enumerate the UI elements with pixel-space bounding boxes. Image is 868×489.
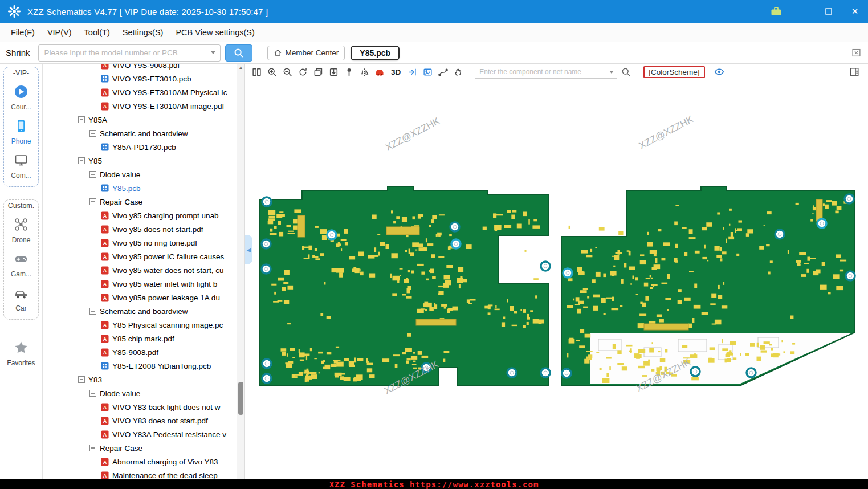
tree-item[interactable]: AVIVO Y9S-9008.pdf: [43, 64, 237, 72]
minimize-button[interactable]: —: [789, 0, 816, 23]
briefcase-icon[interactable]: [763, 0, 789, 23]
tree-item[interactable]: AMaintenance of the dead sleep: [43, 468, 237, 479]
menu-item-settingss[interactable]: Settings(S): [116, 28, 170, 37]
svg-text:A: A: [103, 104, 107, 109]
sidebar-item-drone[interactable]: Drone: [4, 217, 38, 244]
net-search-icon[interactable]: [619, 65, 633, 79]
tree-item[interactable]: AY85-9008.pdf: [43, 345, 237, 359]
tab-y85-pcb[interactable]: Y85.pcb: [351, 46, 400, 60]
pan-hand-icon[interactable]: [451, 65, 465, 79]
collapse-icon[interactable]: [89, 445, 96, 451]
chevron-down-icon[interactable]: [609, 71, 614, 74]
collapse-icon[interactable]: [78, 157, 85, 164]
collapse-icon[interactable]: [89, 198, 96, 205]
sidebar-item-phone[interactable]: Phone: [4, 119, 38, 145]
sidebar-item-label: Car: [15, 304, 26, 312]
tree-item[interactable]: AVIVO Y9S-ET3010AM image.pdf: [43, 99, 237, 113]
tree-item[interactable]: Repair Case: [43, 441, 237, 455]
sidebar-item-com[interactable]: Com...: [4, 153, 38, 180]
tree-item[interactable]: AVivo y85 charging prompt unab: [43, 209, 237, 222]
copy-board-icon[interactable]: [311, 65, 325, 79]
scroll-up-arrow-icon[interactable]: ▲: [237, 64, 244, 71]
model-search-combo[interactable]: [38, 44, 221, 62]
zoom-in-icon[interactable]: [265, 65, 279, 79]
tree-item[interactable]: Y85.pcb: [43, 181, 237, 195]
maximize-button[interactable]: [816, 0, 842, 23]
member-center-button[interactable]: Member Center: [267, 46, 345, 60]
pdf-file-icon: A: [101, 294, 109, 302]
car-view-icon[interactable]: [373, 65, 386, 79]
tree-item[interactable]: Diode value: [43, 386, 237, 400]
sidebar-item-gam[interactable]: Gam...: [4, 251, 38, 278]
collapse-icon[interactable]: [89, 308, 96, 315]
pdf-file-icon: A: [101, 335, 109, 343]
tree-item-label: VIVO Y9S-9008.pdf: [112, 64, 180, 70]
tree-item[interactable]: AVivo y85a power leakage 1A du: [43, 291, 237, 304]
eye-icon[interactable]: [712, 65, 726, 79]
layers-panel-icon[interactable]: [847, 65, 861, 79]
collapse-icon[interactable]: [78, 376, 85, 383]
collapse-icon[interactable]: [89, 390, 96, 397]
tree-item[interactable]: AY85 chip mark.pdf: [43, 332, 237, 345]
tree-item[interactable]: AVIVO Y83A Pedestal resistance v: [43, 427, 237, 441]
tree-item[interactable]: Y85-ET2008 YiDianTong.pcb: [43, 359, 237, 373]
tree-item-label: VIVO Y83 back light does not w: [112, 403, 221, 411]
tree-item[interactable]: Schematic and boardview: [43, 304, 237, 318]
zoom-out-icon[interactable]: [280, 65, 294, 79]
refresh-icon[interactable]: [296, 65, 309, 79]
mirror-flip-icon[interactable]: [357, 65, 371, 79]
menu-item-pcbviewsettingss[interactable]: PCB View settings(S): [169, 28, 260, 37]
colorscheme-button[interactable]: [ColorScheme]: [643, 66, 704, 78]
close-view-icon[interactable]: [850, 47, 862, 59]
tree-item[interactable]: AAbnormal charging of Vivo Y83: [43, 455, 237, 468]
sidebar-item-cour[interactable]: Cour...: [4, 84, 38, 111]
collapse-tree-handle[interactable]: ◀: [245, 235, 252, 264]
menu-item-vipv[interactable]: VIP(V): [41, 28, 78, 37]
chevron-down-icon[interactable]: [211, 51, 215, 54]
collapse-icon[interactable]: [78, 116, 85, 123]
tree-item[interactable]: AVIVO Y83 does not start.pdf: [43, 414, 237, 427]
sidebar-item-car[interactable]: Car: [4, 286, 38, 312]
tree-item[interactable]: VIVO Y9S-ET3010.pcb: [43, 72, 237, 85]
tree-scrollbar[interactable]: ▲: [237, 64, 244, 479]
measure-curve-icon[interactable]: [436, 65, 450, 79]
tree-item[interactable]: Repair Case: [43, 195, 237, 209]
3d-toggle[interactable]: 3D: [388, 68, 404, 76]
menu-bar: File(F)VIP(V)Tool(T)Settings(S)PCB View …: [0, 23, 868, 42]
tree-item[interactable]: AVivo y85 no ring tone.pdf: [43, 236, 237, 250]
tree-item[interactable]: Schematic and boardview: [43, 127, 237, 140]
model-search-input[interactable]: [43, 48, 207, 58]
tree-item[interactable]: AVivo y85 water does not start, cu: [43, 263, 237, 277]
tree-item[interactable]: AVivo y85 water inlet with light b: [43, 277, 237, 291]
export-board-icon[interactable]: [327, 65, 340, 79]
svg-text:A: A: [103, 282, 107, 287]
menu-item-toolt[interactable]: Tool(T): [78, 28, 116, 37]
tree-item[interactable]: Diode value: [43, 168, 237, 181]
snapshot-icon[interactable]: [421, 65, 434, 79]
collapse-icon[interactable]: [89, 171, 96, 178]
pcb-file-icon: [101, 184, 109, 192]
probe-pin-icon[interactable]: [342, 65, 356, 79]
tree-item[interactable]: Y83: [43, 373, 237, 386]
pcb-canvas[interactable]: XZZ@XZZHKXZZ@XZZHKXZZ@XZZHKXZZ@XZZHK: [245, 80, 868, 479]
tree-item[interactable]: Y85A-PD1730.pcb: [43, 140, 237, 154]
tree-item[interactable]: Y85: [43, 154, 237, 168]
tree-item[interactable]: AVivo y85 power IC failure causes: [43, 250, 237, 263]
net-search-input[interactable]: [478, 67, 606, 76]
shrink-button[interactable]: Shrink: [6, 48, 30, 58]
collapse-icon[interactable]: [89, 130, 96, 137]
search-button[interactable]: [225, 44, 252, 62]
tree-scrollbar-thumb[interactable]: [238, 382, 243, 415]
sidebar-item-favorites[interactable]: Favorites: [7, 340, 35, 367]
net-search-combo[interactable]: [475, 66, 617, 79]
tree-item[interactable]: AVivo y85 does not start.pdf: [43, 222, 237, 236]
tree-item[interactable]: AVIVO Y9S-ET3010AM Physical Ic: [43, 85, 237, 99]
tree-item-label: Maintenance of the dead sleep: [112, 471, 218, 479]
close-button[interactable]: ✕: [842, 0, 868, 23]
tree-item[interactable]: AVIVO Y83 back light does not w: [43, 400, 237, 414]
tree-item[interactable]: Y85A: [43, 113, 237, 127]
split-view-icon[interactable]: [250, 65, 263, 79]
menu-item-filef[interactable]: File(F): [5, 28, 41, 37]
jump-arrow-icon[interactable]: [405, 65, 419, 79]
tree-item[interactable]: AY85 Physical scanning image.pc: [43, 318, 237, 332]
